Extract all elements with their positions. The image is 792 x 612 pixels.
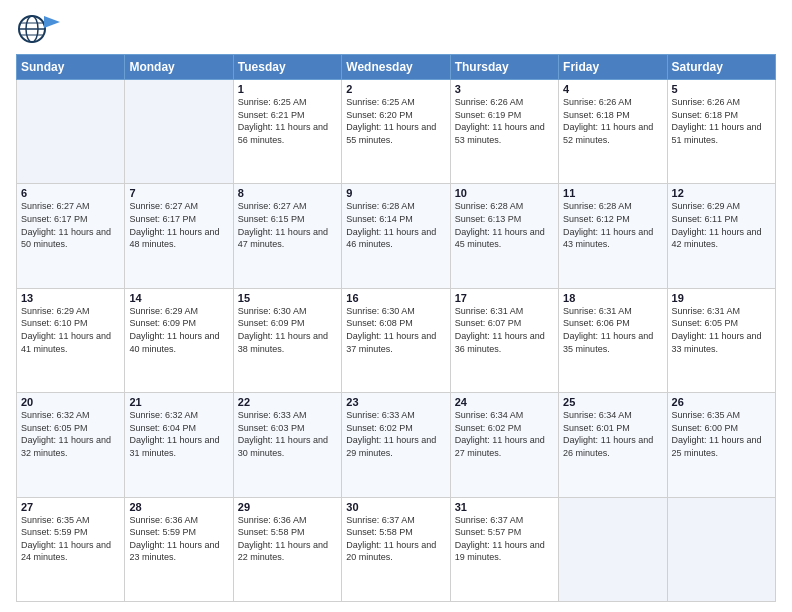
day-info: Sunrise: 6:29 AM Sunset: 6:10 PM Dayligh… — [21, 305, 120, 355]
calendar-cell: 13Sunrise: 6:29 AM Sunset: 6:10 PM Dayli… — [17, 288, 125, 392]
calendar-cell — [667, 497, 775, 601]
day-number: 9 — [346, 187, 445, 199]
day-info: Sunrise: 6:29 AM Sunset: 6:09 PM Dayligh… — [129, 305, 228, 355]
calendar-cell: 6Sunrise: 6:27 AM Sunset: 6:17 PM Daylig… — [17, 184, 125, 288]
day-number: 31 — [455, 501, 554, 513]
day-number: 30 — [346, 501, 445, 513]
calendar-cell: 26Sunrise: 6:35 AM Sunset: 6:00 PM Dayli… — [667, 393, 775, 497]
day-number: 1 — [238, 83, 337, 95]
day-number: 27 — [21, 501, 120, 513]
calendar-cell: 16Sunrise: 6:30 AM Sunset: 6:08 PM Dayli… — [342, 288, 450, 392]
day-number: 18 — [563, 292, 662, 304]
day-number: 5 — [672, 83, 771, 95]
day-info: Sunrise: 6:25 AM Sunset: 6:20 PM Dayligh… — [346, 96, 445, 146]
day-info: Sunrise: 6:35 AM Sunset: 5:59 PM Dayligh… — [21, 514, 120, 564]
calendar-cell: 23Sunrise: 6:33 AM Sunset: 6:02 PM Dayli… — [342, 393, 450, 497]
day-info: Sunrise: 6:34 AM Sunset: 6:01 PM Dayligh… — [563, 409, 662, 459]
header — [16, 10, 776, 48]
calendar-week-4: 20Sunrise: 6:32 AM Sunset: 6:05 PM Dayli… — [17, 393, 776, 497]
calendar-cell: 24Sunrise: 6:34 AM Sunset: 6:02 PM Dayli… — [450, 393, 558, 497]
logo — [16, 10, 64, 48]
weekday-header-monday: Monday — [125, 55, 233, 80]
weekday-header-row: SundayMondayTuesdayWednesdayThursdayFrid… — [17, 55, 776, 80]
calendar-cell: 30Sunrise: 6:37 AM Sunset: 5:58 PM Dayli… — [342, 497, 450, 601]
day-number: 3 — [455, 83, 554, 95]
calendar-cell: 31Sunrise: 6:37 AM Sunset: 5:57 PM Dayli… — [450, 497, 558, 601]
calendar-cell: 15Sunrise: 6:30 AM Sunset: 6:09 PM Dayli… — [233, 288, 341, 392]
day-number: 19 — [672, 292, 771, 304]
day-info: Sunrise: 6:29 AM Sunset: 6:11 PM Dayligh… — [672, 200, 771, 250]
day-number: 14 — [129, 292, 228, 304]
day-info: Sunrise: 6:26 AM Sunset: 6:18 PM Dayligh… — [672, 96, 771, 146]
calendar-cell: 7Sunrise: 6:27 AM Sunset: 6:17 PM Daylig… — [125, 184, 233, 288]
calendar-header: SundayMondayTuesdayWednesdayThursdayFrid… — [17, 55, 776, 80]
calendar-week-2: 6Sunrise: 6:27 AM Sunset: 6:17 PM Daylig… — [17, 184, 776, 288]
day-info: Sunrise: 6:36 AM Sunset: 5:59 PM Dayligh… — [129, 514, 228, 564]
day-number: 7 — [129, 187, 228, 199]
calendar-cell: 8Sunrise: 6:27 AM Sunset: 6:15 PM Daylig… — [233, 184, 341, 288]
day-number: 24 — [455, 396, 554, 408]
page: SundayMondayTuesdayWednesdayThursdayFrid… — [0, 0, 792, 612]
calendar-cell: 28Sunrise: 6:36 AM Sunset: 5:59 PM Dayli… — [125, 497, 233, 601]
day-info: Sunrise: 6:31 AM Sunset: 6:06 PM Dayligh… — [563, 305, 662, 355]
calendar-cell: 29Sunrise: 6:36 AM Sunset: 5:58 PM Dayli… — [233, 497, 341, 601]
weekday-header-saturday: Saturday — [667, 55, 775, 80]
calendar-week-3: 13Sunrise: 6:29 AM Sunset: 6:10 PM Dayli… — [17, 288, 776, 392]
calendar-cell: 1Sunrise: 6:25 AM Sunset: 6:21 PM Daylig… — [233, 80, 341, 184]
day-info: Sunrise: 6:25 AM Sunset: 6:21 PM Dayligh… — [238, 96, 337, 146]
day-number: 28 — [129, 501, 228, 513]
day-number: 26 — [672, 396, 771, 408]
calendar-cell: 27Sunrise: 6:35 AM Sunset: 5:59 PM Dayli… — [17, 497, 125, 601]
day-number: 15 — [238, 292, 337, 304]
logo-icon — [16, 10, 60, 48]
day-info: Sunrise: 6:33 AM Sunset: 6:03 PM Dayligh… — [238, 409, 337, 459]
day-info: Sunrise: 6:31 AM Sunset: 6:05 PM Dayligh… — [672, 305, 771, 355]
day-number: 6 — [21, 187, 120, 199]
calendar-cell: 14Sunrise: 6:29 AM Sunset: 6:09 PM Dayli… — [125, 288, 233, 392]
day-number: 22 — [238, 396, 337, 408]
calendar-table: SundayMondayTuesdayWednesdayThursdayFrid… — [16, 54, 776, 602]
day-number: 10 — [455, 187, 554, 199]
day-number: 29 — [238, 501, 337, 513]
svg-marker-5 — [44, 16, 60, 28]
day-number: 8 — [238, 187, 337, 199]
day-info: Sunrise: 6:35 AM Sunset: 6:00 PM Dayligh… — [672, 409, 771, 459]
calendar-cell: 20Sunrise: 6:32 AM Sunset: 6:05 PM Dayli… — [17, 393, 125, 497]
calendar-cell: 9Sunrise: 6:28 AM Sunset: 6:14 PM Daylig… — [342, 184, 450, 288]
calendar-cell: 21Sunrise: 6:32 AM Sunset: 6:04 PM Dayli… — [125, 393, 233, 497]
calendar-cell: 4Sunrise: 6:26 AM Sunset: 6:18 PM Daylig… — [559, 80, 667, 184]
day-number: 12 — [672, 187, 771, 199]
day-number: 20 — [21, 396, 120, 408]
day-number: 17 — [455, 292, 554, 304]
calendar-cell — [17, 80, 125, 184]
day-number: 2 — [346, 83, 445, 95]
day-number: 4 — [563, 83, 662, 95]
day-info: Sunrise: 6:36 AM Sunset: 5:58 PM Dayligh… — [238, 514, 337, 564]
day-info: Sunrise: 6:32 AM Sunset: 6:04 PM Dayligh… — [129, 409, 228, 459]
day-info: Sunrise: 6:30 AM Sunset: 6:09 PM Dayligh… — [238, 305, 337, 355]
calendar-cell: 10Sunrise: 6:28 AM Sunset: 6:13 PM Dayli… — [450, 184, 558, 288]
calendar-cell: 5Sunrise: 6:26 AM Sunset: 6:18 PM Daylig… — [667, 80, 775, 184]
day-info: Sunrise: 6:32 AM Sunset: 6:05 PM Dayligh… — [21, 409, 120, 459]
day-info: Sunrise: 6:28 AM Sunset: 6:12 PM Dayligh… — [563, 200, 662, 250]
calendar-cell: 12Sunrise: 6:29 AM Sunset: 6:11 PM Dayli… — [667, 184, 775, 288]
day-info: Sunrise: 6:28 AM Sunset: 6:14 PM Dayligh… — [346, 200, 445, 250]
calendar-cell: 22Sunrise: 6:33 AM Sunset: 6:03 PM Dayli… — [233, 393, 341, 497]
day-info: Sunrise: 6:26 AM Sunset: 6:19 PM Dayligh… — [455, 96, 554, 146]
calendar-cell — [559, 497, 667, 601]
day-info: Sunrise: 6:27 AM Sunset: 6:15 PM Dayligh… — [238, 200, 337, 250]
day-info: Sunrise: 6:27 AM Sunset: 6:17 PM Dayligh… — [21, 200, 120, 250]
calendar-cell: 11Sunrise: 6:28 AM Sunset: 6:12 PM Dayli… — [559, 184, 667, 288]
day-info: Sunrise: 6:26 AM Sunset: 6:18 PM Dayligh… — [563, 96, 662, 146]
day-info: Sunrise: 6:33 AM Sunset: 6:02 PM Dayligh… — [346, 409, 445, 459]
weekday-header-wednesday: Wednesday — [342, 55, 450, 80]
day-number: 16 — [346, 292, 445, 304]
day-number: 13 — [21, 292, 120, 304]
day-info: Sunrise: 6:37 AM Sunset: 5:58 PM Dayligh… — [346, 514, 445, 564]
weekday-header-thursday: Thursday — [450, 55, 558, 80]
calendar-week-5: 27Sunrise: 6:35 AM Sunset: 5:59 PM Dayli… — [17, 497, 776, 601]
day-number: 21 — [129, 396, 228, 408]
day-info: Sunrise: 6:31 AM Sunset: 6:07 PM Dayligh… — [455, 305, 554, 355]
calendar-cell: 25Sunrise: 6:34 AM Sunset: 6:01 PM Dayli… — [559, 393, 667, 497]
calendar-cell: 2Sunrise: 6:25 AM Sunset: 6:20 PM Daylig… — [342, 80, 450, 184]
